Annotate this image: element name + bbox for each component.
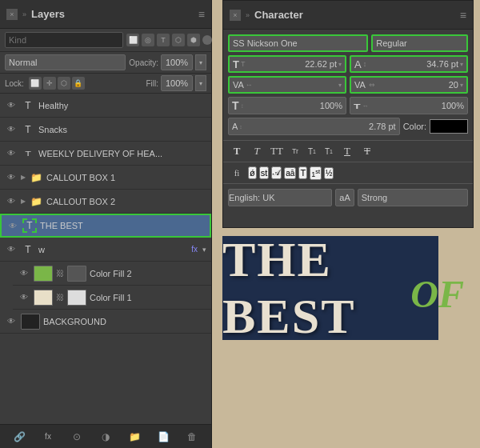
lock-pixel-icon[interactable]: ⬜	[29, 77, 42, 90]
old-style-button[interactable]: st	[259, 166, 270, 179]
link-layers-button[interactable]: 🔗	[11, 429, 27, 445]
layer-item[interactable]: 👁 T w fx ▾	[0, 238, 211, 262]
layers-search-input[interactable]	[5, 32, 123, 48]
delete-layer-button[interactable]: 🗑	[184, 429, 200, 445]
vertical-scale-field[interactable]: T ↕	[228, 97, 346, 114]
layer-expand-arrow[interactable]: ▶	[21, 198, 26, 205]
layers-menu-icon[interactable]: ≡	[198, 8, 205, 21]
character-menu-icon[interactable]: ≡	[460, 9, 466, 22]
layer-expand-arrow[interactable]: ▶	[21, 174, 26, 181]
contextual-button[interactable]: 1st	[310, 166, 322, 180]
layer-chain-icon: ⛓	[56, 269, 64, 278]
ordinal-button[interactable]: 𝒜	[271, 166, 282, 179]
kerning-field[interactable]: VA ↔ ▾	[228, 76, 346, 94]
antialiasing-select[interactable]: Strong	[358, 189, 468, 206]
layer-name: CALLOUT BOX 1	[46, 173, 206, 182]
layers-close-button[interactable]: ×	[6, 9, 18, 20]
opacity-label: Opacity:	[129, 58, 158, 67]
add-fx-button[interactable]: fx	[40, 429, 56, 445]
underline-button[interactable]: T	[338, 142, 356, 160]
baseline-input[interactable]	[246, 122, 396, 131]
layer-visibility-icon[interactable]: 👁	[5, 123, 18, 136]
layer-text-icon: T	[21, 98, 35, 113]
filter-adjust-icon[interactable]: ◎	[142, 34, 154, 46]
layer-item[interactable]: 👁 BACKGROUND	[0, 310, 211, 334]
layer-fx-badge: fx	[191, 245, 198, 254]
opacity-arrow[interactable]: ▾	[195, 54, 206, 70]
blend-mode-select[interactable]: Normal	[5, 54, 126, 70]
fill-input[interactable]	[161, 75, 193, 91]
bold-button[interactable]: T	[228, 142, 246, 160]
layer-visibility-icon[interactable]: 👁	[5, 243, 18, 256]
lock-position-icon[interactable]: ✛	[43, 77, 56, 90]
layer-item[interactable]: 👁 T WEEKLY DELIVERY OF HEA...	[0, 142, 211, 166]
new-group-button[interactable]: 📁	[126, 429, 142, 445]
layer-visibility-icon[interactable]: 👁	[18, 291, 30, 304]
layer-visibility-icon[interactable]: 👁	[5, 195, 18, 208]
filter-toggle-icon[interactable]	[202, 35, 212, 45]
tracking-arrow[interactable]: ▾	[460, 82, 463, 89]
layer-item[interactable]: 👁 ▶ 📁 CALLOUT BOX 2	[0, 190, 211, 214]
fill-arrow[interactable]: ▾	[195, 75, 206, 91]
font-style-select[interactable]: Regular	[371, 34, 468, 52]
new-layer-button[interactable]: 📄	[155, 429, 171, 445]
leading-field[interactable]: A ↕ ▾	[350, 55, 468, 73]
baseline-color-row: A ↕ Color:	[228, 118, 468, 135]
kerning-arrow[interactable]: ▾	[338, 82, 342, 89]
layer-visibility-icon[interactable]: 👁	[5, 171, 18, 184]
tracking-input[interactable]	[378, 80, 458, 90]
new-fill-button[interactable]: ◑	[98, 429, 114, 445]
opacity-input[interactable]	[161, 54, 193, 70]
color-swatch[interactable]	[430, 119, 468, 134]
layer-item[interactable]: 👁 ⛓ Color Fill 1	[13, 286, 211, 310]
horizontal-scale-field[interactable]: T ↔	[350, 97, 468, 114]
layer-visibility-icon[interactable]: 👁	[6, 219, 19, 232]
layer-item[interactable]: 👁 T Snacks	[0, 118, 211, 142]
font-family-select[interactable]: SS Nickson One	[228, 34, 368, 52]
layer-item[interactable]: 👁 ▶ 📁 CALLOUT BOX 1	[0, 166, 211, 190]
italic-button[interactable]: T	[248, 142, 266, 160]
layer-text-icon: T	[21, 122, 35, 137]
vertical-scale-input[interactable]	[246, 101, 342, 110]
leading-input[interactable]	[370, 59, 458, 69]
horizontal-scale-input[interactable]	[370, 101, 464, 110]
tracking-field[interactable]: VA ⇔ ▾	[350, 76, 468, 94]
layer-visibility-icon[interactable]: 👁	[5, 99, 18, 112]
aa-button[interactable]: aA	[335, 189, 354, 206]
ligature-button[interactable]: fi	[228, 164, 246, 182]
subscript-button[interactable]: T1	[322, 142, 336, 160]
layer-item-selected[interactable]: 👁 T THE BEST	[0, 214, 211, 238]
layer-item[interactable]: 👁 T Healthy	[0, 94, 211, 118]
kerning-input[interactable]	[254, 80, 337, 90]
leading-arrow[interactable]: ▾	[460, 61, 463, 68]
fractions-button[interactable]: ½	[324, 167, 334, 179]
canvas-area: THE BEST OF	[222, 228, 480, 448]
add-mask-button[interactable]: ⊙	[69, 429, 85, 445]
small-caps-button[interactable]: Tr	[288, 142, 302, 160]
font-size-input[interactable]	[248, 59, 337, 69]
font-size-arrow[interactable]: ▾	[338, 61, 342, 68]
discretionary-ligature-button[interactable]: ǿ	[248, 166, 257, 179]
layer-visibility-icon[interactable]: 👁	[18, 267, 30, 280]
layer-fx-arrow[interactable]: ▾	[202, 246, 206, 254]
language-select[interactable]: English: UK	[228, 189, 332, 206]
filter-pixel-icon[interactable]: ⬜	[126, 34, 139, 46]
strikethrough-button[interactable]: T	[358, 142, 376, 160]
font-size-field[interactable]: T T ▾	[228, 55, 346, 73]
lock-all-icon[interactable]: 🔒	[72, 77, 85, 90]
superscript-button[interactable]: T1	[305, 142, 319, 160]
layer-visibility-icon[interactable]: 👁	[5, 147, 18, 160]
font-size-sub-icon: T	[241, 60, 246, 68]
filter-smart-icon[interactable]: ⬢	[187, 34, 200, 46]
layer-color-thumbnail	[34, 266, 53, 282]
filter-shape-icon[interactable]: ⬡	[172, 34, 185, 46]
uppercase-button[interactable]: TT	[268, 142, 286, 160]
titling-button[interactable]: T	[298, 166, 307, 179]
lock-artboard-icon[interactable]: ⬡	[58, 77, 70, 90]
layer-visibility-icon[interactable]: 👁	[5, 315, 18, 328]
layer-item[interactable]: 👁 ⛓ Color Fill 2	[13, 262, 211, 286]
baseline-field[interactable]: A ↕	[228, 118, 400, 135]
filter-type-icon[interactable]: T	[157, 34, 170, 46]
character-close-button[interactable]: ×	[230, 10, 241, 21]
swash-button[interactable]: aā	[284, 167, 296, 179]
